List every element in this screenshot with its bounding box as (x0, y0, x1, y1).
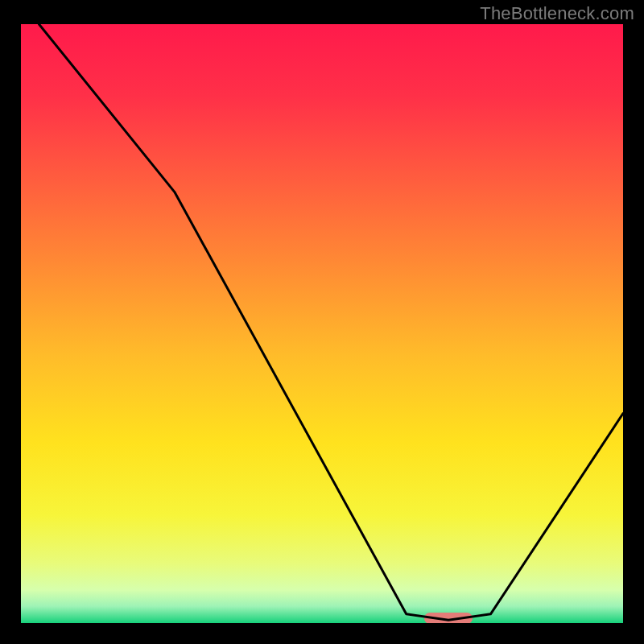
bottleneck-curve (39, 24, 623, 620)
plot-area (21, 24, 623, 623)
curve-layer (21, 24, 623, 623)
chart-frame: TheBottleneck.com (0, 0, 644, 644)
watermark-text: TheBottleneck.com (480, 3, 634, 24)
